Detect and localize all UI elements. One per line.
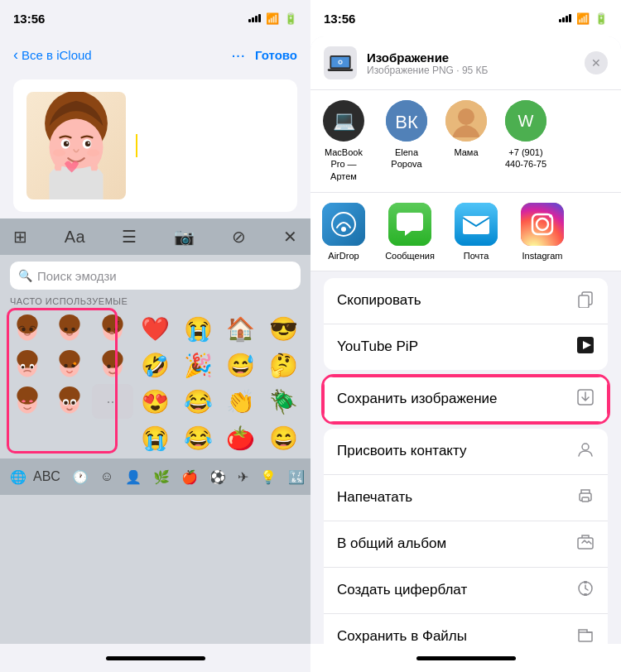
emoji-laugh[interactable]: 😂 [177, 384, 219, 419]
emoji-clap[interactable]: 👏 [220, 384, 262, 419]
emoji-memoji-4[interactable] [7, 348, 48, 382]
emoji-house[interactable]: 🏠 [220, 311, 262, 346]
action-copy-label: Скопировать [337, 292, 421, 309]
smiley-icon[interactable]: ☺ [97, 468, 117, 486]
empty-spacer [7, 420, 133, 455]
emoji-more-dots[interactable]: ··· [92, 384, 133, 419]
svg-text:W: W [518, 112, 534, 130]
activity-icon[interactable]: ⚽ [206, 468, 229, 487]
travel-icon[interactable]: ✈ [234, 468, 252, 487]
back-button[interactable]: ‹ Все в iCloud [13, 46, 92, 64]
svg-point-5 [85, 142, 91, 147]
food-icon[interactable]: 🍎 [178, 468, 201, 487]
text-icon[interactable]: Аа [61, 224, 89, 250]
svg-point-31 [60, 350, 80, 368]
svg-point-16 [65, 328, 69, 332]
symbols-icon[interactable]: 🔣 [285, 468, 308, 487]
app-icon-mail [455, 203, 498, 246]
search-icon: 🔍 [18, 269, 32, 282]
app-instagram[interactable]: Instagram [509, 203, 575, 261]
svg-point-29 [30, 366, 33, 369]
people-icon[interactable]: 👤 [122, 468, 145, 487]
clock-icon[interactable]: 🕐 [69, 468, 92, 487]
emoji-sob[interactable]: 😭 [135, 420, 176, 455]
emoji-memoji-7[interactable] [7, 384, 48, 419]
share-thumbnail [324, 46, 357, 79]
app-mail[interactable]: Почта [443, 203, 509, 261]
emoji-rofl[interactable]: 🤣 [135, 348, 176, 382]
keyboard-type-icons: ABC 🕐 ☺ 👤 🌿 🍎 ⚽ ✈ 💡 🔣 🏳 ⌫ [30, 467, 310, 487]
emoji-sweat[interactable]: 😅 [220, 348, 262, 382]
memoji-container [26, 92, 126, 199]
emoji-cry[interactable]: 😭 [177, 311, 219, 346]
action-assign-contact[interactable]: Присвоить контакту [324, 429, 608, 475]
share-info: Изображение Изображение PNG · 95 КБ [367, 50, 575, 76]
contact-phone[interactable]: W +7 (901)440-76-75 [496, 100, 556, 182]
svg-point-42 [60, 386, 80, 405]
emoji-heart[interactable]: ❤️ [135, 311, 176, 346]
close-keyboard-icon[interactable]: ✕ [280, 223, 301, 250]
emoji-think[interactable]: 🤔 [262, 348, 304, 382]
action-group-2: Сохранить изображение [324, 377, 608, 422]
action-shared-album-label: В общий альбом [337, 535, 446, 552]
emoji-party[interactable]: 🎉 [177, 348, 219, 382]
action-save-files[interactable]: Сохранить в Файлы [324, 614, 608, 644]
action-group-1: Скопировать YouTube PiP [324, 278, 608, 370]
svg-point-8 [53, 149, 65, 156]
list-icon[interactable]: ☰ [118, 223, 140, 250]
more-button[interactable]: ··· [231, 46, 245, 65]
objects-icon[interactable]: 💡 [257, 468, 280, 487]
emoji-memoji-6[interactable] [92, 348, 133, 382]
action-list: Скопировать YouTube PiP [310, 271, 621, 644]
done-button[interactable]: Готово [255, 48, 297, 62]
emoji-memoji-2[interactable] [50, 311, 91, 346]
emoji-grin[interactable]: 😄 [262, 420, 304, 455]
svg-point-40 [17, 386, 37, 405]
emoji-memoji-5[interactable] [50, 348, 91, 382]
emoji-memoji-3[interactable]: z [92, 311, 133, 346]
share-close-button[interactable]: ✕ [585, 51, 608, 74]
app-messages[interactable]: Сообщения [377, 203, 443, 261]
emoji-joy[interactable]: 😂 [177, 420, 219, 455]
globe-icon[interactable]: 🌐 [7, 468, 30, 487]
abc-label[interactable]: ABC [30, 468, 64, 486]
svg-rect-81 [584, 593, 587, 596]
nature-icon[interactable]: 🌿 [150, 468, 173, 487]
camera-icon[interactable]: 📷 [171, 223, 198, 250]
emoji-loveeyes[interactable]: 😍 [135, 384, 176, 419]
search-placeholder: Поиск эмодзи [37, 269, 117, 283]
signal-bars-right [559, 14, 571, 22]
status-bar-left: 13:56 📶 🔋 [0, 0, 310, 36]
action-shared-album[interactable]: В общий альбом [324, 521, 608, 568]
action-watch-face[interactable]: Создать циферблат [324, 568, 608, 614]
contact-name-macbook: MacBookPro — Артем [317, 146, 370, 182]
action-youtube-pip[interactable]: YouTube PiP [324, 324, 608, 370]
app-icon-instagram [521, 203, 564, 246]
emoji-cool[interactable]: 😎 [262, 311, 304, 346]
action-print[interactable]: Напечатать [324, 475, 608, 521]
app-airdrop[interactable]: AirDrop [310, 203, 377, 261]
watch-icon [576, 579, 595, 602]
share-subtitle: Изображение PNG · 95 КБ [367, 65, 575, 76]
memoji-avatar [26, 92, 126, 199]
svg-point-12 [22, 328, 26, 332]
signal-bars-left [248, 14, 261, 22]
action-copy[interactable]: Скопировать [324, 278, 608, 324]
emoji-memoji-8[interactable] [50, 384, 91, 419]
emoji-memoji-1[interactable] [7, 311, 48, 346]
contact-elena[interactable]: ВК ElenaPopova [377, 100, 436, 182]
emoji-tomato[interactable]: 🍅 [220, 420, 262, 455]
markup-icon[interactable]: ⊘ [229, 223, 249, 250]
emoji-bug[interactable]: 🪲 [262, 384, 304, 419]
emoji-search-bar[interactable]: 🔍 Поиск эмодзи [10, 262, 301, 290]
contact-macbook[interactable]: 💻 MacBookPro — Артем [310, 100, 377, 182]
battery-icon-right: 🔋 [595, 12, 608, 25]
grid-icon[interactable]: ⊞ [10, 223, 31, 250]
svg-rect-77 [582, 497, 589, 502]
action-save-image[interactable]: Сохранить изображение [324, 377, 608, 422]
shared-album-icon [576, 533, 595, 555]
home-indicator-right [310, 644, 621, 672]
action-youtube-pip-label: YouTube PiP [337, 338, 418, 355]
svg-point-75 [582, 444, 589, 450]
contact-mama[interactable]: Мама [436, 100, 496, 182]
